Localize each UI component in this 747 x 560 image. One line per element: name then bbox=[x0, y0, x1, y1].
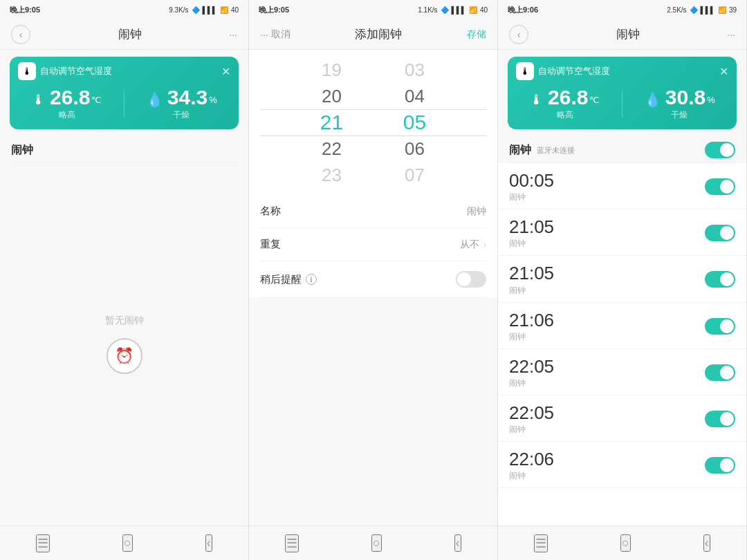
status-right-1: 9.3K/s 🔷 ▌▌▌ 📶 40 bbox=[169, 6, 239, 14]
time-picker[interactable]: 19 20 21 22 23 03 04 05 06 07 bbox=[249, 50, 497, 195]
home-nav-2[interactable]: ○ bbox=[371, 534, 382, 552]
alarm-item-left-6: 22:06 闹钟 bbox=[509, 449, 554, 482]
snooze-label: 稍后提醒 bbox=[260, 273, 302, 286]
alarm-item-6[interactable]: 22:06 闹钟 bbox=[498, 442, 746, 488]
weather-title-text-3: 自动调节空气湿度 bbox=[538, 65, 610, 77]
snooze-info-icon[interactable]: ℹ bbox=[306, 274, 317, 285]
temp-value-3: 26.8 bbox=[548, 87, 588, 108]
snooze-left: 稍后提醒 ℹ bbox=[260, 273, 317, 286]
alarm-name-4: 闹钟 bbox=[509, 377, 554, 389]
minute-item-4[interactable]: 07 bbox=[374, 162, 456, 188]
panel-alarm-list: 晚上9:05 9.3K/s 🔷 ▌▌▌ 📶 40 ‹ 闹钟 ··· 🌡 自动调节… bbox=[0, 0, 249, 560]
weather-header-1: 🌡 自动调节空气湿度 ✕ bbox=[10, 57, 239, 83]
main-toggle-3[interactable] bbox=[705, 142, 735, 158]
cancel-button-2[interactable]: ··· 取消 bbox=[260, 28, 290, 41]
minute-item-0[interactable]: 03 bbox=[374, 57, 456, 83]
alarm-item-1[interactable]: 21:05 闹钟 bbox=[498, 209, 746, 256]
bluetooth-icon-1: 🔷 bbox=[192, 6, 200, 14]
name-label: 名称 bbox=[260, 205, 281, 218]
weather-close-btn-3[interactable]: ✕ bbox=[719, 65, 728, 78]
section-title-1: 闹钟 bbox=[0, 135, 248, 162]
alarm-item-4[interactable]: 22:05 闹钟 bbox=[498, 349, 746, 395]
alarm-toggle-thumb-5 bbox=[720, 412, 734, 426]
status-time-2: 晚上9:05 bbox=[259, 5, 289, 15]
hour-item-2[interactable]: 21 bbox=[290, 109, 374, 136]
weather-data-row-3: 🌡 26.8 ℃ 略高 💧 30.8 % 干燥 bbox=[508, 83, 737, 129]
alarm-name-6: 闹钟 bbox=[509, 470, 554, 482]
bottom-nav-3: ☰ ○ ‹ bbox=[498, 525, 746, 560]
menu-nav-3[interactable]: ☰ bbox=[534, 534, 548, 552]
save-button-2[interactable]: 存储 bbox=[467, 28, 486, 41]
alarm-list-3: 00:05 闹钟 21:05 闹钟 21:05 闹钟 bbox=[498, 163, 746, 525]
minute-item-3[interactable]: 06 bbox=[374, 136, 456, 162]
humidity-item-3: 💧 30.8 % 干燥 bbox=[622, 87, 737, 121]
alarm-name-1: 闹钟 bbox=[509, 238, 554, 250]
menu-button-1[interactable]: ··· bbox=[229, 29, 237, 40]
repeat-value: 从不 bbox=[460, 239, 479, 251]
cancel-text-2: 取消 bbox=[271, 28, 290, 41]
back-nav-3[interactable]: ‹ bbox=[703, 534, 710, 552]
alarm-time-0: 00:05 bbox=[509, 170, 554, 192]
minute-picker[interactable]: 03 04 05 06 07 bbox=[374, 57, 456, 188]
toggle-section[interactable] bbox=[705, 142, 735, 158]
home-nav-3[interactable]: ○ bbox=[620, 534, 631, 552]
add-alarm-button-1[interactable]: ⏰ bbox=[107, 338, 142, 374]
alarm-item-2[interactable]: 21:05 闹钟 bbox=[498, 256, 746, 302]
humidity-value-1: 34.3 bbox=[167, 87, 208, 108]
minute-item-1[interactable]: 04 bbox=[374, 83, 456, 109]
alarm-toggle-4[interactable] bbox=[705, 364, 735, 381]
alarm-toggle-6[interactable] bbox=[705, 457, 735, 474]
humidity-value-3: 30.8 bbox=[665, 87, 706, 108]
name-row[interactable]: 名称 闹钟 bbox=[249, 195, 497, 227]
alarm-item-left-4: 22:05 闹钟 bbox=[509, 356, 554, 389]
snooze-toggle[interactable] bbox=[456, 271, 486, 288]
alarm-item-5[interactable]: 22:05 闹钟 bbox=[498, 395, 746, 442]
alarm-item-0[interactable]: 00:05 闹钟 bbox=[498, 163, 746, 209]
menu-button-3[interactable]: ··· bbox=[727, 29, 735, 40]
status-bar-3: 晚上9:06 2.5K/s 🔷 ▌▌▌ 📶 39 bbox=[498, 0, 746, 19]
hour-item-0[interactable]: 19 bbox=[290, 57, 374, 83]
repeat-row[interactable]: 重复 从不 › bbox=[249, 228, 497, 261]
minute-item-2[interactable]: 05 bbox=[374, 109, 456, 136]
temp-item-1: 🌡 26.8 ℃ 略高 bbox=[10, 87, 124, 121]
alarm-name-5: 闹钟 bbox=[509, 424, 554, 436]
alarm-time-3: 21:06 bbox=[509, 310, 554, 331]
back-button-3[interactable]: ‹ bbox=[509, 25, 528, 44]
snooze-row[interactable]: 稍后提醒 ℹ bbox=[249, 261, 497, 297]
hour-item-1[interactable]: 20 bbox=[290, 83, 374, 109]
hour-picker[interactable]: 19 20 21 22 23 bbox=[290, 57, 374, 188]
humidity-unit-3: % bbox=[707, 95, 715, 105]
bluetooth-icon-2: 🔷 bbox=[441, 6, 449, 14]
alarm-item-left-1: 21:05 闹钟 bbox=[509, 216, 554, 250]
alarm-time-4: 22:05 bbox=[509, 356, 554, 377]
alarm-time-6: 22:06 bbox=[509, 449, 554, 470]
menu-icon-3: ··· bbox=[727, 29, 735, 40]
back-nav-2[interactable]: ‹ bbox=[454, 534, 461, 552]
back-nav-1[interactable]: ‹ bbox=[205, 534, 212, 552]
cancel-label-2: ··· bbox=[260, 29, 268, 40]
nav-bar-2: ··· 取消 添加闹钟 存储 bbox=[249, 19, 497, 50]
alarm-toggle-0[interactable] bbox=[705, 178, 735, 195]
panel-alarm-detail: 晚上9:06 2.5K/s 🔷 ▌▌▌ 📶 39 ‹ 闹钟 ··· 🌡 自动调节… bbox=[498, 0, 747, 560]
hour-item-4[interactable]: 23 bbox=[290, 162, 374, 188]
weather-close-btn-1[interactable]: ✕ bbox=[221, 65, 230, 78]
alarm-toggle-1[interactable] bbox=[705, 225, 735, 241]
humidity-icon-3: 💧 bbox=[644, 91, 661, 108]
nav-title-3: 闹钟 bbox=[616, 26, 640, 42]
hour-item-3[interactable]: 22 bbox=[290, 136, 374, 162]
menu-icon-1: ··· bbox=[229, 29, 237, 40]
back-button-1[interactable]: ‹ bbox=[11, 25, 30, 44]
alarm-toggle-2[interactable] bbox=[705, 271, 735, 288]
menu-nav-2[interactable]: ☰ bbox=[285, 534, 299, 552]
home-nav-1[interactable]: ○ bbox=[122, 534, 133, 552]
alarm-toggle-thumb-4 bbox=[720, 366, 734, 380]
temp-label-3: 略高 bbox=[557, 109, 573, 121]
battery-3: 39 bbox=[729, 6, 737, 14]
alarm-item-3[interactable]: 21:06 闹钟 bbox=[498, 303, 746, 349]
alarm-toggle-3[interactable] bbox=[705, 318, 735, 335]
repeat-label: 重复 bbox=[260, 238, 281, 251]
alarm-time-1: 21:05 bbox=[509, 216, 554, 238]
nav-title-1: 闹钟 bbox=[118, 26, 142, 42]
menu-nav-1[interactable]: ☰ bbox=[36, 534, 50, 552]
alarm-toggle-5[interactable] bbox=[705, 411, 735, 427]
